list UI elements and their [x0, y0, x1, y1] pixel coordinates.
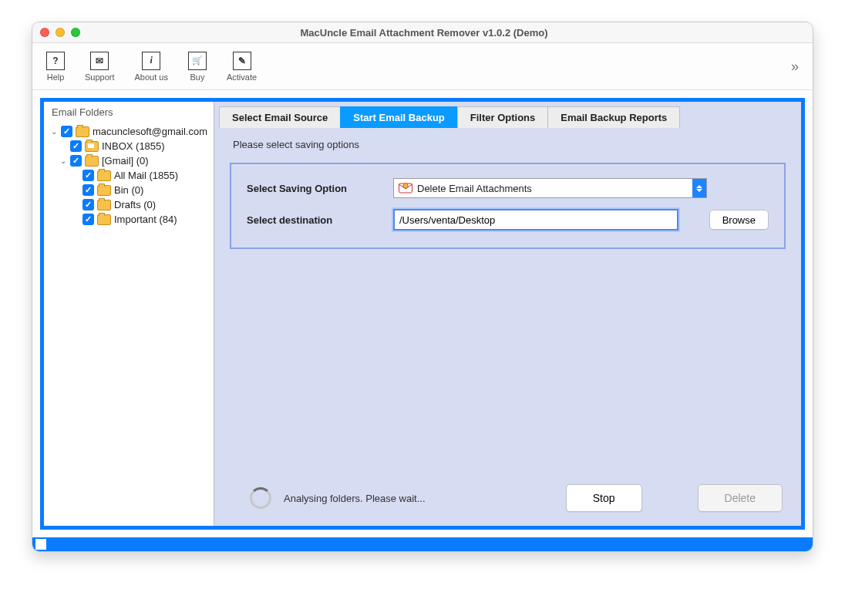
- svg-point-1: [403, 183, 408, 188]
- content-frame: Email Folders ⌄ ✓ macunclesoft@gmail.com…: [40, 98, 805, 530]
- toolbar-help[interactable]: ? Help: [46, 52, 65, 82]
- help-icon: ?: [46, 52, 65, 70]
- toolbar-help-label: Help: [46, 72, 65, 82]
- row-destination: Select destination Browse: [247, 209, 769, 231]
- tree-label: macunclesoft@gmail.com: [93, 126, 207, 137]
- folder-icon: [97, 214, 111, 225]
- zoom-window-button[interactable]: [71, 28, 80, 37]
- panel-body: Please select saving options Select Savi…: [214, 128, 801, 526]
- close-window-button[interactable]: [40, 28, 49, 37]
- window-controls: [40, 28, 80, 37]
- tree-row-important[interactable]: ✓ Important (84): [49, 212, 212, 227]
- app-window: MacUncle Email Attachment Remover v1.0.2…: [32, 22, 813, 552]
- support-icon: ✉: [90, 52, 109, 70]
- toolbar-buy[interactable]: 🛒 Buy: [188, 52, 207, 82]
- panel-prompt: Please select saving options: [233, 139, 786, 150]
- window-title: MacUncle Email Attachment Remover v1.0.2…: [80, 27, 768, 39]
- toolbar-support-label: Support: [85, 72, 115, 82]
- titlebar: MacUncle Email Attachment Remover v1.0.2…: [32, 22, 813, 43]
- folder-icon: [76, 126, 89, 137]
- tree-row-gmail[interactable]: ⌄ ✓ [Gmail] (0): [49, 153, 212, 168]
- saving-option-label: Select Saving Option: [247, 183, 385, 194]
- tree-label: Bin (0): [114, 184, 143, 196]
- checkbox[interactable]: ✓: [70, 140, 82, 152]
- spinner-icon: [250, 487, 271, 509]
- tree-row-inbox[interactable]: ✓ INBOX (1855): [49, 139, 212, 153]
- status-text: Analysing folders. Please wait...: [284, 493, 426, 504]
- destination-label: Select destination: [247, 214, 385, 226]
- browse-button[interactable]: Browse: [709, 210, 769, 230]
- tree-label: [Gmail] (0): [102, 155, 149, 167]
- tree-label: Important (84): [114, 214, 177, 225]
- options-group: Select Saving Option Delete Email: [230, 163, 786, 249]
- toolbar-about-label: About us: [135, 72, 168, 82]
- folder-tree: ⌄ ✓ macunclesoft@gmail.com ✓ INBOX (1855…: [44, 123, 214, 227]
- toolbar-activate-label: Activate: [227, 72, 257, 82]
- checkbox[interactable]: ✓: [82, 199, 94, 210]
- tab-backup-reports[interactable]: Email Backup Reports: [547, 106, 680, 128]
- checkbox[interactable]: ✓: [82, 170, 94, 181]
- tab-select-source[interactable]: Select Email Source: [219, 106, 341, 128]
- sidebar-heading: Email Folders: [44, 102, 214, 123]
- tree-row-account[interactable]: ⌄ ✓ macunclesoft@gmail.com: [49, 124, 212, 139]
- footer-bar: [32, 537, 813, 551]
- row-saving-option: Select Saving Option Delete Email: [247, 178, 769, 198]
- tree-row-allmail[interactable]: ✓ All Mail (1855): [49, 168, 212, 183]
- minimize-window-button[interactable]: [56, 28, 65, 37]
- about-icon: i: [142, 52, 160, 70]
- content-area: Email Folders ⌄ ✓ macunclesoft@gmail.com…: [32, 90, 813, 537]
- stop-button[interactable]: Stop: [566, 484, 642, 512]
- disclosure-icon[interactable]: ⌄: [50, 127, 58, 136]
- activate-icon: ✎: [233, 52, 251, 70]
- status-row: Analysing folders. Please wait... Stop D…: [230, 480, 786, 515]
- inbox-folder-icon: [85, 141, 99, 152]
- folder-icon: [97, 200, 111, 210]
- main-panel: Select Email Source Start Email Backup F…: [214, 102, 801, 526]
- dropdown-arrows-icon: [692, 179, 706, 197]
- tree-label: All Mail (1855): [114, 170, 178, 181]
- tree-row-drafts[interactable]: ✓ Drafts (0): [49, 197, 212, 212]
- folder-icon: [97, 170, 111, 181]
- toolbar: ? Help ✉ Support i About us 🛒 Buy ✎ Acti…: [32, 43, 813, 90]
- saving-option-value: Delete Email Attachments: [417, 183, 532, 194]
- toolbar-activate[interactable]: ✎ Activate: [227, 52, 257, 82]
- tab-start-backup[interactable]: Start Email Backup: [340, 106, 458, 128]
- tab-bar: Select Email Source Start Email Backup F…: [214, 102, 801, 128]
- mail-icon: [399, 183, 412, 194]
- tree-row-bin[interactable]: ✓ Bin (0): [49, 183, 212, 197]
- checkbox[interactable]: ✓: [70, 155, 82, 167]
- checkbox[interactable]: ✓: [61, 126, 72, 137]
- tab-filter-options[interactable]: Filter Options: [457, 106, 549, 128]
- toolbar-overflow-icon[interactable]: »: [791, 59, 799, 75]
- folder-icon: [97, 185, 111, 196]
- finder-icon: [35, 539, 46, 550]
- toolbar-about[interactable]: i About us: [135, 52, 168, 82]
- folder-icon: [85, 156, 99, 167]
- buy-icon: 🛒: [188, 52, 207, 70]
- delete-button[interactable]: Delete: [698, 484, 783, 512]
- sidebar: Email Folders ⌄ ✓ macunclesoft@gmail.com…: [44, 102, 214, 526]
- toolbar-buy-label: Buy: [188, 72, 207, 82]
- disclosure-icon[interactable]: ⌄: [59, 157, 67, 165]
- checkbox[interactable]: ✓: [82, 214, 94, 225]
- toolbar-support[interactable]: ✉ Support: [85, 52, 115, 82]
- destination-input[interactable]: [393, 209, 678, 231]
- tree-label: INBOX (1855): [102, 140, 165, 152]
- tree-label: Drafts (0): [114, 199, 156, 210]
- saving-option-select[interactable]: Delete Email Attachments: [393, 178, 707, 198]
- checkbox[interactable]: ✓: [82, 184, 94, 196]
